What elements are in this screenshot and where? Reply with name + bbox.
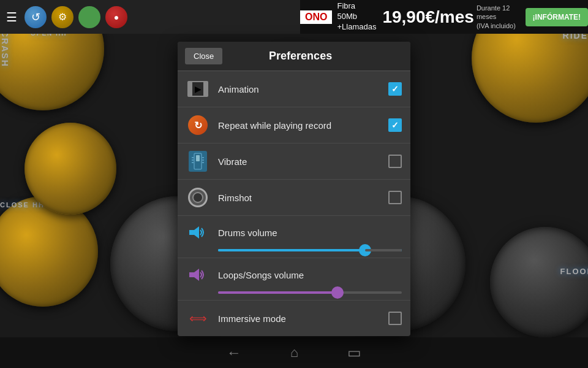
rimshot-row: Rimshot — [178, 180, 410, 216]
loops-volume-thumb[interactable] — [331, 286, 344, 299]
repeat-icon: ↻ — [186, 113, 209, 137]
immersive-row: ⟺ Immersive mode — [178, 301, 410, 336]
drums-volume-label-row: Drums volume — [186, 221, 402, 244]
loops-volume-label-row: Loops/Songs volume — [186, 263, 402, 286]
drums-volume-label: Drums volume — [218, 228, 402, 238]
immersive-icon: ⟺ — [186, 307, 209, 330]
drums-volume-section: Drums volume — [178, 216, 410, 258]
vibrate-phone-icon — [189, 151, 207, 172]
svg-marker-8 — [189, 226, 199, 239]
film-strip-icon: ▶ — [187, 81, 208, 97]
animation-row: ▶ Animation — [178, 71, 410, 107]
repeat-row: ↻ Repeat while playing record — [178, 107, 410, 144]
vibrate-icon — [186, 150, 209, 173]
vibrate-row: Vibrate — [178, 144, 410, 180]
svg-marker-9 — [189, 269, 199, 281]
modal-overlay: Close Preferences ▶ Animation ↻ Repeat w… — [0, 0, 588, 368]
immersive-checkbox[interactable] — [388, 312, 402, 325]
drums-volume-icon — [186, 221, 209, 244]
vibrate-checkbox[interactable] — [388, 155, 402, 168]
loops-volume-label: Loops/Songs volume — [218, 270, 402, 280]
animation-label: Animation — [218, 84, 388, 94]
svg-rect-1 — [196, 155, 200, 161]
repeat-checkbox[interactable] — [388, 118, 402, 132]
preferences-title: Preferences — [235, 50, 403, 63]
rimshot-checkbox[interactable] — [388, 191, 402, 204]
rimshot-icon — [186, 186, 209, 209]
animation-checkbox[interactable] — [388, 82, 402, 96]
animation-icon: ▶ — [186, 77, 209, 101]
preferences-panel: Close Preferences ▶ Animation ↻ Repeat w… — [178, 42, 410, 336]
speaker-blue-icon — [188, 224, 208, 241]
speaker-purple-icon — [188, 266, 208, 283]
preferences-header: Close Preferences — [178, 42, 410, 71]
drums-volume-track[interactable] — [218, 249, 402, 251]
rimshot-circle-icon — [188, 188, 208, 207]
preferences-close-button[interactable]: Close — [185, 48, 222, 64]
repeat-circle-icon: ↻ — [188, 115, 208, 135]
loops-volume-track[interactable] — [218, 291, 402, 294]
arrows-icon: ⟺ — [189, 311, 207, 326]
rimshot-label: Rimshot — [218, 193, 388, 203]
vibrate-label: Vibrate — [218, 156, 388, 167]
loops-volume-icon — [186, 263, 209, 286]
loops-volume-section: Loops/Songs volume — [178, 258, 410, 301]
repeat-label: Repeat while playing record — [218, 120, 388, 131]
immersive-label: Immersive mode — [218, 313, 388, 324]
